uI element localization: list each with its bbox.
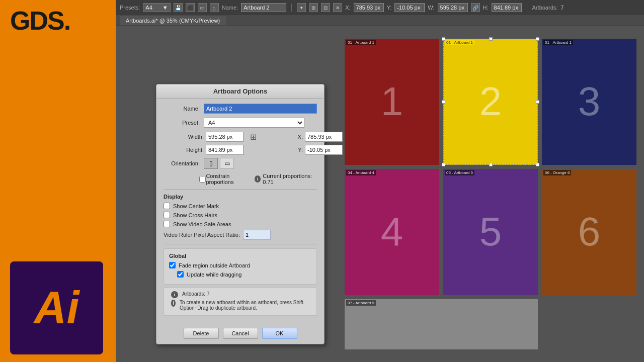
- video-ratio-input[interactable]: [243, 230, 271, 240]
- dimensions-grid-2: Height: Y:: [164, 145, 317, 155]
- ai-text: Ai: [34, 282, 79, 334]
- update-checkbox[interactable]: [177, 271, 184, 278]
- canvas-area: 01 - Artboard 1 1 01 - Artboard 1 2: [116, 26, 644, 362]
- name-row: Name:: [164, 104, 317, 114]
- x-field[interactable]: [354, 3, 384, 12]
- show-center-row: Show Center Mark: [164, 203, 317, 209]
- constrain-label: Constrain proportions: [206, 173, 253, 185]
- show-video-checkbox[interactable]: [164, 221, 170, 227]
- toolbar-icon-1[interactable]: 💾: [174, 3, 183, 12]
- presets-dropdown[interactable]: A4 ▼: [143, 3, 170, 12]
- preset-field-label: Preset:: [164, 120, 200, 126]
- width-label: Width:: [164, 134, 204, 140]
- artboards-label: Artboards:: [532, 5, 558, 11]
- grid-icon[interactable]: ⊟: [321, 3, 330, 12]
- divider-2: [164, 244, 317, 244]
- top-toolbar: Presets: A4 ▼ 💾 ⬛ ▭ ⌂ Name: ✦ ⊞ ⊟ ✕ X: Y…: [116, 0, 644, 15]
- doc-tab-label: Artboards.ai* @ 35% (CMYK/Preview): [120, 16, 226, 25]
- name-label: Name:: [222, 5, 238, 11]
- toolbar-icon-3[interactable]: ▭: [198, 3, 207, 12]
- name-field-label: Name:: [164, 106, 200, 112]
- toolbar-icon-2[interactable]: ⬛: [186, 3, 195, 12]
- toolbar-icon-4[interactable]: ⌂: [210, 3, 219, 12]
- x-input[interactable]: [305, 132, 343, 142]
- align-icon[interactable]: ⊞: [309, 3, 318, 12]
- global-section: Global Fade region outside Artboard Upda…: [164, 248, 317, 285]
- orientation-label: Orientation:: [164, 160, 200, 166]
- artboards-count-row: i Artboards: 7: [169, 291, 311, 298]
- height-input[interactable]: [206, 145, 244, 155]
- info-tip-icon: i: [171, 300, 176, 307]
- show-crosshairs-row: Show Cross Hairs: [164, 212, 317, 218]
- global-section-header: Global: [169, 253, 311, 259]
- divider-1: [164, 189, 317, 190]
- y-label: Y:: [387, 5, 392, 11]
- show-center-checkbox[interactable]: [164, 203, 170, 209]
- artboard-options-dialog: Artboard Options Name: Preset: A4 A3 Let…: [156, 84, 325, 344]
- y-input[interactable]: [305, 145, 343, 155]
- separator-1: [291, 4, 292, 12]
- move-icon[interactable]: ✦: [297, 3, 306, 12]
- show-crosshairs-checkbox[interactable]: [164, 212, 170, 218]
- y-coord-label: Y:: [263, 147, 303, 153]
- info-tip-text: To create a new artboard within an artbo…: [180, 300, 311, 311]
- link-icon[interactable]: 🔗: [471, 3, 480, 12]
- landscape-btn[interactable]: ▭: [220, 158, 234, 169]
- close-icon[interactable]: ✕: [333, 3, 342, 12]
- x-label: X:: [345, 5, 350, 11]
- x-coord-label: X:: [263, 134, 303, 140]
- dialog-footer: Delete Cancel OK: [156, 324, 324, 344]
- proportions-value: Current proportions: 0.71: [263, 173, 317, 185]
- ai-logo: Ai: [10, 261, 103, 354]
- update-label: Update while dragging: [187, 272, 242, 278]
- presets-label: Presets:: [120, 5, 140, 11]
- constrain-row: Constrain proportions i Current proporti…: [164, 173, 317, 185]
- ok-button[interactable]: OK: [262, 328, 297, 339]
- cancel-button[interactable]: Cancel: [223, 328, 258, 339]
- gds-logo: GDS.: [10, 8, 70, 34]
- info-count-icon: i: [171, 291, 178, 298]
- show-video-row: Show Video Safe Areas: [164, 221, 317, 227]
- dialog-title: Artboard Options: [156, 84, 324, 99]
- fade-row: Fade region outside Artboard: [169, 262, 311, 268]
- preset-select[interactable]: A4 A3 Letter Custom: [204, 118, 304, 128]
- delete-button[interactable]: Delete: [184, 328, 219, 339]
- video-ratio-row: Video Ruler Pixel Aspect Ratio:: [164, 230, 317, 240]
- update-row: Update while dragging: [169, 271, 311, 278]
- artboards-count-display: Artboards: 7: [182, 291, 209, 297]
- constrain-checkbox[interactable]: [199, 176, 206, 183]
- fade-label: Fade region outside Artboard: [179, 262, 250, 268]
- width-input[interactable]: [206, 132, 244, 142]
- info-icon: i: [255, 175, 261, 183]
- video-ratio-label: Video Ruler Pixel Aspect Ratio:: [164, 232, 240, 238]
- h-label: H:: [483, 5, 489, 11]
- dimensions-grid: Width: ⊞ X:: [164, 132, 317, 142]
- dialog-body: Name: Preset: A4 A3 Letter Custom: [156, 99, 324, 324]
- show-crosshairs-label: Show Cross Hairs: [173, 212, 217, 218]
- artboards-count: 7: [560, 5, 564, 11]
- w-label: W:: [428, 5, 434, 11]
- w-field[interactable]: [438, 3, 468, 12]
- link-dimensions-icon[interactable]: ⊞: [246, 132, 261, 142]
- y-field[interactable]: [394, 3, 425, 12]
- orientation-row: Orientation: ▯ ▭: [164, 158, 317, 169]
- display-section-header: Display: [164, 194, 317, 200]
- dialog-overlay: Artboard Options Name: Preset: A4 A3 Let…: [116, 26, 644, 362]
- illustrator-window: Presets: A4 ▼ 💾 ⬛ ▭ ⌂ Name: ✦ ⊞ ⊟ ✕ X: Y…: [116, 0, 644, 362]
- info-section: i Artboards: 7 i To create a new artboar…: [164, 288, 317, 316]
- fade-checkbox[interactable]: [169, 262, 176, 268]
- h-field[interactable]: [492, 3, 522, 12]
- show-video-label: Show Video Safe Areas: [173, 221, 231, 227]
- info-tip-row: i To create a new artboard within an art…: [169, 300, 311, 311]
- portrait-btn[interactable]: ▯: [204, 158, 218, 169]
- separator-2: [527, 4, 527, 12]
- show-center-label: Show Center Mark: [173, 203, 219, 209]
- name-field[interactable]: [241, 3, 286, 12]
- height-label: Height:: [164, 147, 204, 153]
- dialog-name-input[interactable]: [204, 104, 317, 114]
- preset-row: Preset: A4 A3 Letter Custom: [164, 118, 317, 128]
- doc-tab[interactable]: Artboards.ai* @ 35% (CMYK/Preview): [116, 15, 644, 26]
